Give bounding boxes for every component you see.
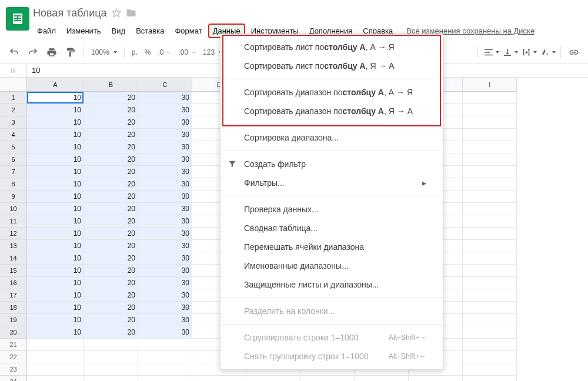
menuitem-shuffle[interactable]: Перемешать ячейки диапазона	[220, 238, 443, 256]
undo-button[interactable]	[6, 44, 22, 61]
cell[interactable]: 30	[138, 153, 192, 166]
row-header[interactable]: 8	[0, 178, 27, 190]
cell[interactable]	[463, 363, 517, 376]
cell[interactable]: 20	[84, 153, 138, 166]
cell[interactable]: 20	[84, 314, 138, 326]
cell[interactable]: 30	[138, 302, 192, 314]
cell[interactable]	[138, 363, 192, 376]
cell[interactable]: 30	[138, 277, 192, 289]
cell[interactable]: 20	[84, 326, 138, 339]
cell[interactable]	[463, 104, 517, 116]
cell[interactable]	[463, 166, 517, 178]
cell[interactable]: 20	[84, 129, 138, 141]
row-header[interactable]: 14	[0, 252, 27, 265]
cell[interactable]	[84, 339, 138, 351]
col-header-A[interactable]: A	[27, 78, 84, 92]
row-header[interactable]: 4	[0, 129, 27, 141]
menuitem-filters-submenu[interactable]: Фильтры...▸	[220, 173, 443, 192]
select-all-corner[interactable]	[0, 78, 27, 92]
cell[interactable]: 30	[138, 228, 192, 240]
cell[interactable]	[138, 351, 192, 363]
cell[interactable]: 10	[27, 92, 84, 104]
row-header[interactable]: 19	[0, 314, 27, 326]
horizontal-align-button[interactable]	[483, 44, 499, 61]
cell[interactable]	[138, 339, 192, 351]
vertical-align-button[interactable]	[502, 44, 518, 61]
cell[interactable]: 10	[27, 166, 84, 178]
cell[interactable]: 20	[84, 240, 138, 252]
cell[interactable]: 10	[27, 116, 84, 129]
text-wrap-button[interactable]	[520, 44, 537, 61]
percent-button[interactable]: %	[142, 48, 153, 56]
menuitem-data-validation[interactable]: Проверка данных...	[220, 200, 443, 219]
menuitem-sort-range-asc[interactable]: Сортировать диапазон по столбцу A, А → Я	[220, 83, 443, 102]
cell[interactable]	[409, 376, 463, 381]
cell[interactable]	[463, 351, 517, 363]
row-header[interactable]: 3	[0, 116, 27, 129]
cell[interactable]	[463, 203, 517, 215]
star-icon[interactable]	[112, 8, 121, 18]
cell[interactable]: 10	[27, 240, 84, 252]
cell[interactable]	[192, 376, 246, 381]
cell[interactable]	[463, 302, 517, 314]
cell[interactable]: 10	[27, 203, 84, 215]
cell[interactable]: 30	[138, 252, 192, 265]
cell[interactable]: 10	[27, 153, 84, 166]
cell[interactable]: 30	[138, 215, 192, 228]
row-header[interactable]: 9	[0, 190, 27, 203]
cell[interactable]: 30	[138, 265, 192, 277]
col-header-C[interactable]: C	[138, 78, 192, 92]
cell[interactable]	[84, 351, 138, 363]
row-header[interactable]: 6	[0, 153, 27, 166]
menuitem-pivot-table[interactable]: Сводная таблица...	[220, 219, 443, 238]
cell[interactable]: 30	[138, 203, 192, 215]
cell[interactable]: 20	[84, 178, 138, 190]
cell[interactable]	[463, 178, 517, 190]
cell[interactable]: 20	[84, 203, 138, 215]
cell[interactable]	[463, 326, 517, 339]
cell[interactable]	[463, 190, 517, 203]
cell[interactable]: 30	[138, 314, 192, 326]
cell[interactable]	[355, 376, 409, 381]
cell[interactable]: 10	[27, 314, 84, 326]
menuitem-sort-sheet-asc[interactable]: Сортировать лист по столбцу A, А → Я	[220, 38, 443, 56]
row-header[interactable]: 11	[0, 215, 27, 228]
sheets-logo[interactable]	[6, 7, 29, 31]
cell[interactable]: 20	[84, 215, 138, 228]
cell[interactable]	[84, 363, 138, 376]
cell[interactable]	[27, 339, 84, 351]
cell[interactable]	[463, 116, 517, 129]
cell[interactable]: 30	[138, 141, 192, 153]
cell[interactable]: 30	[138, 166, 192, 178]
cell[interactable]	[246, 376, 300, 381]
menu-insert[interactable]: Вставка	[132, 24, 168, 38]
menuitem-sort-range-desc[interactable]: Сортировать диапазон по столбцу A, Я → А	[220, 102, 443, 121]
redo-button[interactable]	[25, 44, 41, 61]
row-header[interactable]: 13	[0, 240, 27, 252]
menu-format[interactable]: Формат	[171, 24, 206, 38]
row-header[interactable]: 20	[0, 326, 27, 339]
row-header[interactable]: 1	[0, 92, 27, 104]
cell[interactable]	[27, 363, 84, 376]
cell[interactable]: 10	[27, 129, 84, 141]
cell[interactable]: 30	[138, 326, 192, 339]
menuitem-named-ranges[interactable]: Именованные диапазоны...	[220, 256, 443, 275]
menu-edit[interactable]: Изменить	[62, 24, 105, 38]
cell[interactable]	[463, 228, 517, 240]
cell[interactable]: 10	[27, 326, 84, 339]
row-header[interactable]: 5	[0, 141, 27, 153]
cell[interactable]: 30	[138, 92, 192, 104]
cell[interactable]: 30	[138, 178, 192, 190]
menu-file[interactable]: Файл	[33, 24, 60, 38]
cell[interactable]	[300, 376, 355, 381]
cell[interactable]	[463, 252, 517, 265]
cell[interactable]	[463, 339, 517, 351]
cell[interactable]: 20	[84, 289, 138, 302]
cell[interactable]: 20	[84, 228, 138, 240]
menuitem-sort-range-dialog[interactable]: Сортировка диапазона...	[220, 128, 443, 147]
cell[interactable]: 10	[27, 228, 84, 240]
cell[interactable]: 20	[84, 104, 138, 116]
cell[interactable]: 20	[84, 141, 138, 153]
cell[interactable]: 10	[27, 141, 84, 153]
print-button[interactable]	[44, 44, 60, 61]
